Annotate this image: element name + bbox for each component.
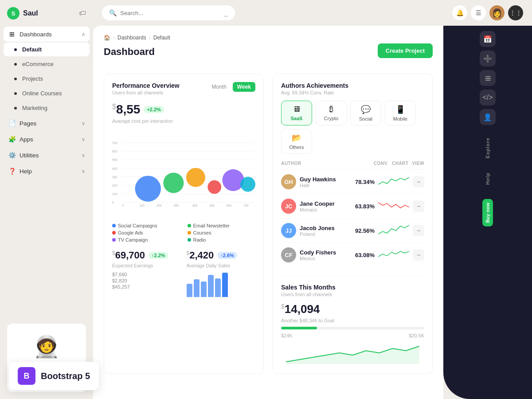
perf-title: Performance Overview [112, 82, 180, 89]
sidebar-item-online-courses[interactable]: Online Courses [4, 86, 90, 100]
legend-google: Google Ads [112, 230, 180, 235]
sidebar-label-ecommerce: eCommerce [22, 61, 54, 67]
legend-dot-email [188, 224, 191, 227]
add-icon[interactable]: ➕ [480, 51, 496, 66]
chevron-down-icon: ∨ [82, 121, 85, 126]
toggle-week-button[interactable]: Week [233, 82, 255, 92]
sidebar-toggle-icon[interactable]: 🏷 [79, 9, 86, 17]
pages-icon: 📄 [8, 119, 16, 127]
author-country-2: Monaco [300, 207, 335, 212]
legend-dot-tv [112, 238, 116, 242]
legend-label-google: Google Ads [118, 230, 143, 235]
page-header: 🏠 › Dashboards › Default Dashboard Creat… [104, 35, 433, 66]
svg-point-28 [222, 169, 244, 191]
svg-text:400: 400 [192, 204, 198, 207]
legend-label-email: Email Newsletter [193, 223, 230, 228]
legend-dot-courses [188, 231, 191, 235]
dashboards-icon: ⊞ [8, 30, 16, 38]
legend-tv: TV Campaign [112, 237, 180, 243]
right-panel: 📅 ➕ ⊞ </> 👤 Explore Help Buy now [443, 26, 532, 399]
bubble-chart: 700 600 500 400 300 200 100 0 0 100 200 [112, 129, 255, 218]
search-icon: 🔍 [109, 9, 117, 16]
breadcrumb-home-icon[interactable]: 🏠 [104, 35, 110, 41]
perf-badge: +2.2% [144, 106, 164, 113]
sidebar-label-online-courses: Online Courses [22, 90, 62, 97]
svg-text:0: 0 [122, 204, 124, 207]
sidebar-item-apps[interactable]: 🧩 Apps ∨ [4, 132, 90, 147]
svg-point-26 [186, 168, 205, 187]
sidebar-item-dashboards[interactable]: ⊞ Dashboards ∧ [4, 27, 90, 42]
svg-text:700: 700 [112, 141, 117, 145]
perf-header: Performance Overview Users from all chan… [112, 82, 255, 101]
chevron-down-icon: ∨ [82, 168, 85, 174]
sidebar-item-help[interactable]: ❓ Help ∨ [4, 164, 90, 179]
menu-icon[interactable]: ☰ [471, 5, 486, 20]
astronaut-illustration: 🧑‍🚀 [14, 334, 79, 359]
author-avatar-2: JC [281, 199, 296, 214]
chevron-up-icon: ∧ [82, 31, 85, 37]
sales-progress-fill [281, 327, 317, 329]
sidebar-label-help: Help [20, 168, 32, 175]
svg-text:300: 300 [112, 176, 117, 179]
col-author: AUTHOR [281, 161, 370, 166]
tab-social[interactable]: 💬 Social [350, 101, 381, 125]
sidebar-item-default[interactable]: Default [4, 43, 90, 56]
sparkline-4 [378, 249, 409, 261]
sidebar: S Saul 🏷 ⊞ Dashboards ∧ Default eCommerc… [0, 0, 93, 399]
tab-others[interactable]: 📂 Others [281, 129, 312, 154]
view-btn-1[interactable]: → [413, 176, 424, 188]
sales-y-label-2: $20.5K [409, 333, 424, 338]
chevron-down-icon: ∨ [82, 153, 85, 158]
settings-icon[interactable]: ⋮⋮ [508, 5, 523, 20]
content-main: 🏠 › Dashboards › Default Dashboard Creat… [93, 26, 443, 399]
page-title: Dashboard [104, 46, 170, 58]
daily-sales-value: $2,420 [187, 250, 214, 261]
svg-text:700: 700 [243, 204, 249, 207]
user-avatar[interactable]: 👩 [489, 5, 505, 20]
tab-mobile[interactable]: 📱 Mobile [385, 101, 416, 125]
view-btn-4[interactable]: → [413, 249, 424, 261]
svg-text:400: 400 [112, 167, 117, 170]
view-btn-2[interactable]: → [413, 200, 424, 212]
legend-label-tv: TV Campaign [118, 237, 148, 243]
sidebar-label-marketing: Marketing [22, 105, 47, 111]
social-tab-icon: 💬 [361, 105, 371, 114]
buy-now-button[interactable]: Buy now [482, 199, 493, 227]
calendar-icon[interactable]: 📅 [480, 31, 496, 47]
sidebar-item-pages[interactable]: 📄 Pages ∨ [4, 116, 90, 131]
earnings-stat: $69,700 ↑2.2% Expected Earnings $7,660 $… [112, 250, 181, 297]
toggle-month-button[interactable]: Month [207, 82, 231, 92]
view-btn-3[interactable]: → [413, 225, 424, 236]
tab-crypto[interactable]: ₿ Crypto [316, 101, 347, 125]
search-input[interactable] [120, 10, 220, 16]
create-project-button[interactable]: Create Project [378, 43, 433, 58]
breadcrumb-dashboards[interactable]: Dashboards [117, 35, 146, 41]
breadcrumb-default[interactable]: Default [153, 35, 170, 41]
grid-icon[interactable]: ⊞ [480, 70, 496, 86]
breadcrumb-wrapper: 🏠 › Dashboards › Default Dashboard [104, 35, 170, 66]
perf-value-label: Avarage cost per interaction [112, 118, 255, 124]
sales-title: Sales This Months [281, 284, 424, 291]
author-country-3: Poland [300, 231, 335, 237]
help-label[interactable]: Help [485, 169, 490, 188]
sidebar-item-projects[interactable]: Projects [4, 72, 90, 86]
legend-dot-google [112, 231, 116, 235]
search-box[interactable]: 🔍 _ [102, 5, 235, 20]
sidebar-item-utilities[interactable]: ⚙️ Utilities ∨ [4, 148, 90, 163]
sidebar-item-marketing[interactable]: Marketing [4, 101, 90, 115]
legend-label-social: Social Campaigns [118, 223, 157, 228]
tab-saas[interactable]: 🖥 SaaS [281, 101, 312, 125]
sidebar-item-ecommerce[interactable]: eCommerce [4, 57, 90, 71]
svg-point-24 [135, 176, 161, 201]
dot-icon [14, 78, 17, 80]
dot-icon [14, 63, 17, 66]
code-icon[interactable]: </> [480, 90, 496, 106]
search-cursor: _ [224, 9, 228, 17]
perf-value: $8,55 [112, 102, 140, 117]
explore-label[interactable]: Explore [485, 134, 490, 162]
avatar-icon[interactable]: 👤 [480, 109, 496, 125]
authors-subtitle: Avg. 69.34% Conv. Rate [281, 90, 424, 95]
bar-2 [194, 279, 200, 297]
dot-icon [14, 107, 17, 110]
notification-icon[interactable]: 🔔 [452, 5, 467, 20]
